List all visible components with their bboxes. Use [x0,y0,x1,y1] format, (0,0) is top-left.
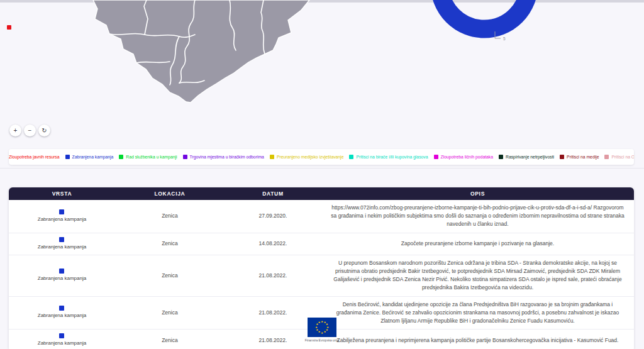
legend-swatch-icon [270,155,274,159]
column-header-datum: DATUM [225,187,321,200]
svg-text:★: ★ [315,326,318,329]
zoom-out-button[interactable]: − [24,125,36,136]
legend-swatch-icon [434,155,438,159]
legend-label: Zabranjena kampanja [72,155,114,159]
legend-item-pritisci-na-medije[interactable]: Pritisci na medije [560,155,599,159]
svg-text:★: ★ [323,330,326,333]
legend-item-zloupotreba-licnih-podataka[interactable]: Zloupotreba ličnih podataka [434,155,494,159]
eu-funding-caption: Finansira Evropska unija [305,338,340,342]
legend-item-preuranjeno-izvjestavanje[interactable]: Preuranjeno medijsko izvještavanje [270,155,344,159]
legend-item-zloupotreba-javnih-resursa[interactable]: Zloupotreba javnih resursa [9,155,60,159]
svg-text:★: ★ [321,331,323,335]
legend-swatch-icon [65,155,70,159]
zoom-in-button[interactable]: + [9,125,21,136]
legend-swatch-icon [119,155,123,159]
map-zoom-controls: + − ↻ [9,125,50,136]
legend-label: Rad službenika u kampanji [126,155,177,159]
legend-item-rad-sluzbenika[interactable]: Rad službenika u kampanji [119,155,177,159]
legend-bar: Zloupotreba javnih resursa Zabranjena ka… [9,149,634,165]
legend-label: Zloupotreba ličnih podataka [441,155,494,159]
table-row: Zabranjena kampanja Zenica 27.09.2020. h… [9,200,634,233]
legend-label: Preuranjeno medijsko izvještavanje [277,155,344,159]
table-header-row: VRSTA LOKACIJA DATUM OPIS [9,187,634,200]
incident-date: 21.08.2022. [225,255,321,296]
incident-location: Zenica [115,200,225,233]
column-header-opis: OPIS [321,187,634,200]
legend-label: Zloupotreba javnih resursa [9,155,59,159]
svg-text:★: ★ [321,320,323,323]
legend-swatch-icon [604,155,609,159]
legend-label: Pritisci na OCD [611,155,634,159]
divider [0,168,644,169]
legend-item-raspirivanje-netrpeljivosti[interactable]: Raspirivanje netrpeljivosti [499,155,554,159]
legend-swatch-icon [349,155,353,159]
incident-description: U prepunom Bosanskom narodnom pozorištu … [321,255,634,296]
svg-text:★: ★ [318,321,320,324]
bih-map-shape[interactable] [93,0,309,102]
donut-chart: 5 [415,0,566,60]
incident-description: https://www.072info.com/zbog-preuranjene… [321,200,634,233]
incident-type-icon [59,209,64,214]
legend-label: Pritisci na birače i/ili kupovina glasov… [356,155,428,159]
legend-swatch-icon [499,155,503,159]
donut-value-label: 5 [503,36,506,41]
dashboard-page: 5 + − ↻ Zloupotreba javnih resursa Zabra… [0,0,644,349]
incident-type-icon [59,306,64,311]
legend-item-trgovina-mjestima[interactable]: Trgovina mjestima u biračkim odborima [183,155,264,159]
legend-label: Raspirivanje netrpeljivosti [506,155,554,159]
bih-map[interactable] [79,0,333,126]
legend-swatch-icon [560,155,564,159]
incident-type-label: Zabranjena kampanja [38,216,86,223]
incident-date: 14.08.2022. [225,233,321,255]
column-header-vrsta: VRSTA [9,187,115,200]
legend-label: Pritisci na medije [567,155,599,159]
incident-location: Zenica [115,233,225,255]
donut-slice-zabranjena-kampanja[interactable] [440,0,529,29]
legend-item-pritisci-na-birace[interactable]: Pritisci na birače i/ili kupovina glasov… [349,155,428,159]
incident-type-icon [59,269,64,274]
table-row: Zabranjena kampanja Zenica 21.08.2022. U… [9,255,634,296]
donut-chart-svg: 5 [415,0,566,60]
column-header-lokacija: LOKACIJA [115,187,225,200]
legend-item-pritisci-na-ocd[interactable]: Pritisci na OCD [604,155,634,159]
legend-label: Trgovina mjestima u biračkim odborima [190,155,264,159]
incident-type-label: Zabranjena kampanja [38,275,86,282]
incident-description: Započete preuranjene izborne kampanje i … [321,233,634,255]
incident-type-icon [59,237,64,242]
svg-text:★: ★ [316,328,318,331]
incident-type-label: Zabranjena kampanja [38,243,86,251]
legend-item-zabranjena-kampanja[interactable]: Zabranjena kampanja [65,155,114,159]
map-reset-button[interactable]: ↻ [38,125,50,136]
eu-flag-icon: ★ ★ ★ ★ ★ ★ ★ ★ ★ ★ ★ ★ [308,318,336,337]
footer: ★ ★ ★ ★ ★ ★ ★ ★ ★ ★ ★ ★ Finansira Evrops… [0,318,644,342]
incident-marker-icon[interactable] [7,25,11,30]
bih-map-svg [79,0,333,126]
legend-swatch-icon [183,155,187,159]
incident-location: Zenica [115,255,225,296]
incident-date: 27.09.2020. [225,200,321,233]
table-row: Zabranjena kampanja Zenica 14.08.2022. Z… [9,233,634,255]
